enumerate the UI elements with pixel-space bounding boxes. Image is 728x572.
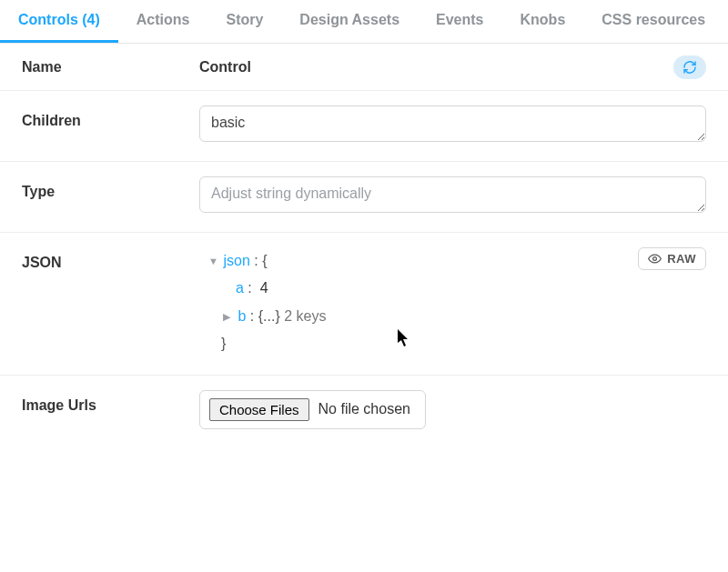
label-type: Type [22, 176, 199, 200]
label-json: JSON [22, 247, 199, 271]
children-input[interactable] [199, 105, 706, 142]
tab-design-assets[interactable]: Design Assets [281, 0, 418, 43]
header-control: Control [199, 59, 251, 75]
row-image-urls: Image Urls Choose Files No file chosen [0, 376, 728, 446]
tab-controls[interactable]: Controls (4) [0, 0, 118, 43]
image-urls-file-input[interactable]: Choose Files No file chosen [199, 390, 426, 429]
chevron-down-icon[interactable]: ▼ [208, 252, 219, 271]
reset-controls-button[interactable] [673, 55, 706, 79]
json-node-b[interactable]: ▶ b : {...} 2 keys [208, 303, 706, 330]
json-tree[interactable]: ▼ json : { a : 4 ▶ b : {...} 2 keys } [199, 247, 706, 358]
row-type: Type [0, 162, 728, 233]
tab-events[interactable]: Events [418, 0, 501, 43]
tab-actions[interactable]: Actions [118, 0, 208, 43]
sync-icon [682, 60, 697, 75]
tab-css-resources[interactable]: CSS resources [583, 0, 723, 43]
json-node-a[interactable]: a : 4 [208, 275, 706, 302]
header-name: Name [22, 59, 199, 75]
file-status-text: No file chosen [318, 401, 410, 417]
tab-story[interactable]: Story [207, 0, 281, 43]
label-image-urls: Image Urls [22, 390, 199, 414]
addon-tabs: Controls (4) Actions Story Design Assets… [0, 0, 728, 44]
type-input[interactable] [199, 176, 706, 213]
controls-header: Name Control [0, 44, 728, 91]
row-json: JSON RAW ▼ json : { a : 4 [0, 233, 728, 376]
row-children: Children [0, 91, 728, 162]
label-children: Children [22, 105, 199, 129]
chevron-right-icon[interactable]: ▶ [223, 307, 234, 326]
tab-knobs[interactable]: Knobs [502, 0, 584, 43]
choose-files-button[interactable]: Choose Files [209, 398, 309, 421]
